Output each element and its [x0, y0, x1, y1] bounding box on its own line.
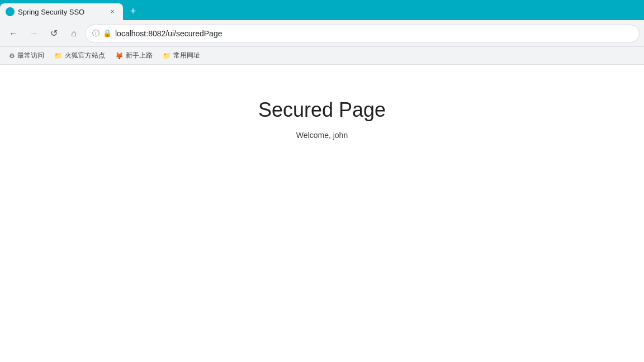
- bookmark-item-3[interactable]: 🦊 新手上路: [111, 49, 157, 63]
- bookmark-label-3: 新手上路: [126, 51, 153, 60]
- bookmark-item-2[interactable]: 📁 火狐官方站点: [50, 49, 110, 63]
- bookmark-label-2: 火狐官方站点: [65, 51, 105, 60]
- address-bar[interactable]: ⓘ 🔒 localhost:8082/ui/securedPage: [85, 25, 640, 42]
- browser-tab[interactable]: Spring Security SSO ×: [0, 3, 123, 20]
- new-tab-button[interactable]: +: [125, 3, 141, 19]
- tab-favicon: [6, 7, 15, 16]
- tab-bar: Spring Security SSO × +: [0, 0, 644, 20]
- bookmark-label-4: 常用网址: [173, 51, 200, 60]
- home-button[interactable]: ⌂: [65, 25, 83, 42]
- bookmark-item-1[interactable]: ⚙ 最常访问: [4, 49, 49, 63]
- lock-icon: 🔒: [103, 29, 112, 37]
- address-text: localhost:8082/ui/securedPage: [115, 29, 632, 38]
- bookmark-icon-4: 📁: [163, 52, 171, 60]
- bookmark-icon-2: 📁: [54, 52, 63, 60]
- page-content: Secured Page Welcome, john: [0, 65, 644, 362]
- reload-button[interactable]: ↺: [45, 25, 63, 42]
- info-icon: ⓘ: [92, 28, 100, 39]
- page-title: Secured Page: [258, 98, 386, 122]
- bookmark-item-4[interactable]: 📁 常用网址: [158, 49, 205, 63]
- navigation-bar: ← → ↺ ⌂ ⓘ 🔒 localhost:8082/ui/securedPag…: [0, 20, 644, 47]
- browser-window: Spring Security SSO × + ← → ↺ ⌂ ⓘ 🔒 loca…: [0, 0, 644, 362]
- welcome-message: Welcome, john: [296, 131, 348, 140]
- forward-button[interactable]: →: [25, 25, 42, 42]
- bookmarks-bar: ⚙ 最常访问 📁 火狐官方站点 🦊 新手上路 📁 常用网址: [0, 47, 644, 65]
- bookmark-icon-1: ⚙: [9, 52, 15, 60]
- bookmark-icon-3: 🦊: [115, 52, 124, 60]
- tab-close-button[interactable]: ×: [107, 7, 117, 17]
- tab-title: Spring Security SSO: [18, 8, 104, 16]
- bookmark-label-1: 最常访问: [17, 51, 44, 60]
- back-button[interactable]: ←: [4, 25, 22, 42]
